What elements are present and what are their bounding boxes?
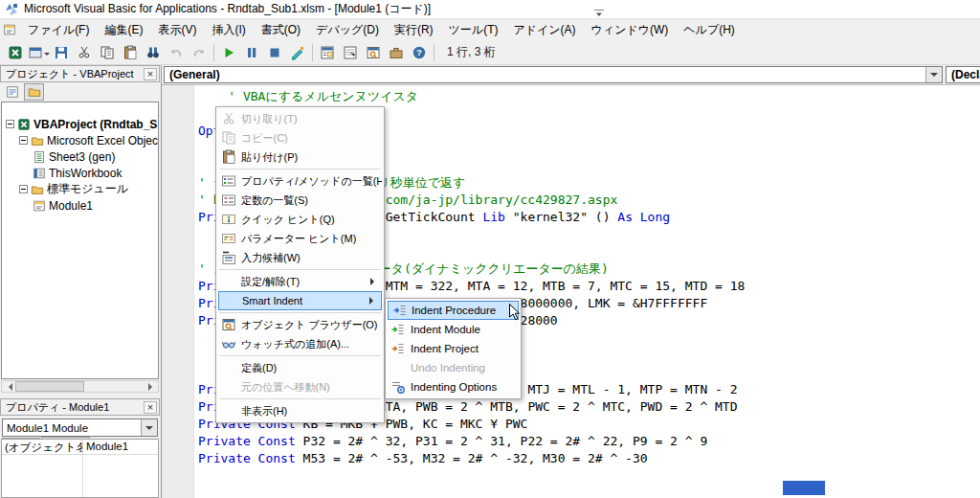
menubar-item-8[interactable]: アドイン(A) <box>505 20 583 39</box>
procedure-combo[interactable]: (Declarations) <box>946 66 980 83</box>
properties-window-button[interactable] <box>339 42 362 63</box>
context-menu-item-16[interactable]: 定義(D) <box>216 358 384 377</box>
reset-icon <box>267 45 282 60</box>
chevron-down-icon[interactable] <box>925 67 942 82</box>
properties-grid[interactable]: (オブジェクト名) Module1 <box>1 439 159 498</box>
menu-item-icon-slot <box>216 336 241 351</box>
collapse-icon[interactable] <box>19 185 28 193</box>
project-tree[interactable]: VBAProject (Rndtab_Sub1.xlsm)Microsoft E… <box>1 102 159 379</box>
property-row[interactable]: (オブジェクト名) Module1 <box>2 440 158 455</box>
menu-separator <box>219 398 381 399</box>
tree-item-0[interactable]: VBAProject (Rndtab_Sub1.xlsm) <box>2 116 158 132</box>
project-tree-hscrollbar[interactable] <box>1 380 159 393</box>
menu-item-label: Indent Procedure <box>412 305 518 316</box>
menu-item-icon-slot <box>216 231 241 246</box>
context-menu-item-14[interactable]: ウォッチ式の追加(A)... <box>216 334 384 353</box>
menubar-item-3[interactable]: 挿入(I) <box>204 20 253 39</box>
vba-project-icon <box>17 118 31 131</box>
menubar-item-10[interactable]: ヘルプ(H) <box>676 20 743 39</box>
cut-icon <box>221 111 236 126</box>
menu-item-label: Indenting Options <box>411 381 519 393</box>
property-value[interactable]: Module1 <box>82 440 158 454</box>
menu-item-icon-slot <box>386 341 411 356</box>
toolbox-button[interactable] <box>385 42 408 63</box>
tree-item-5[interactable]: Module1 <box>2 197 158 214</box>
complete-word-icon <box>221 250 236 265</box>
tree-item-3[interactable]: ThisWorkbook <box>2 165 158 181</box>
run-icon <box>221 45 236 60</box>
help-button[interactable]: ? <box>408 42 431 63</box>
context-menu-item-5[interactable]: 定数の一覧(S) <box>216 191 384 210</box>
view-microsoft-excel-button[interactable] <box>4 42 27 63</box>
properties-panel: プロパティ - Module1 × Module1 Module 全体 項目別 … <box>0 398 160 498</box>
toggle-folders-icon <box>28 85 41 99</box>
context-menu-item-19[interactable]: 非表示(H) <box>216 401 384 420</box>
tree-item-1[interactable]: Microsoft Excel Objects <box>2 132 158 148</box>
smart-indent-submenu-item-0[interactable]: Indent Procedure <box>388 301 519 320</box>
object-browser-icon <box>366 45 381 60</box>
menubar-item-0[interactable]: ファイル(F) <box>20 20 97 39</box>
context-menu-item-7[interactable]: パラメーター ヒント(M) <box>216 229 384 248</box>
context-menu-item-2[interactable]: 貼り付け(P) <box>216 147 384 167</box>
chevron-down-icon[interactable] <box>141 419 157 436</box>
vb-app-icon <box>4 2 19 17</box>
toolbar-overflow-button[interactable] <box>588 3 611 24</box>
context-menu-item-13[interactable]: オブジェクト ブラウザー(O) <box>216 315 384 334</box>
copy-button[interactable] <box>96 42 119 63</box>
menubar-item-6[interactable]: 実行(R) <box>387 20 441 39</box>
scrollbar-thumb[interactable] <box>15 381 84 392</box>
help-icon: ? <box>412 45 427 60</box>
menu-separator <box>219 169 381 170</box>
view-code-button[interactable] <box>2 83 22 101</box>
object-browser-button[interactable] <box>362 42 385 63</box>
run-sub-button[interactable] <box>217 42 240 63</box>
cut-button[interactable] <box>73 42 96 63</box>
reset-button[interactable] <box>263 42 286 63</box>
menu-item-label: Indent Module <box>411 324 519 335</box>
standard-toolbar: ? 1 行, 3 桁 <box>0 40 980 65</box>
find-button[interactable] <box>142 42 165 63</box>
project-explorer-panel: プロジェクト - VBAProject × VBAProject (Rndtab… <box>0 65 160 393</box>
tree-item-2[interactable]: Sheet3 (gen) <box>2 148 158 165</box>
toggle-folders-button[interactable] <box>24 83 44 101</box>
break-icon <box>244 45 259 60</box>
const-list-icon <box>221 192 236 208</box>
tree-item-label: 標準モジュール <box>47 181 128 197</box>
object-browser-icon <box>221 317 236 332</box>
paste-button[interactable] <box>119 42 142 63</box>
context-menu-item-6[interactable]: クイック ヒント(Q) <box>216 210 384 229</box>
smart-indent-submenu-item-4[interactable]: Indenting Options <box>386 377 521 396</box>
folder-icon <box>31 183 44 196</box>
menubar-item-2[interactable]: 表示(V) <box>150 20 204 39</box>
project-explorer-button[interactable] <box>316 42 339 63</box>
collapse-icon[interactable] <box>6 120 14 128</box>
menubar-item-5[interactable]: デバッグ(D) <box>308 20 387 39</box>
close-icon[interactable]: × <box>144 401 157 414</box>
close-icon[interactable]: × <box>144 68 157 80</box>
context-menu-item-8[interactable]: 入力候補(W) <box>216 248 384 267</box>
tree-item-4[interactable]: 標準モジュール <box>2 181 158 197</box>
menu-item-icon-slot <box>216 111 241 126</box>
menubar-item-1[interactable]: 編集(E) <box>97 20 150 39</box>
project-explorer-icon <box>320 45 335 60</box>
object-combo[interactable]: (General) <box>164 66 943 83</box>
margin-indicator-bar[interactable] <box>162 85 194 498</box>
smart-indent-submenu-item-2[interactable]: Indent Project <box>386 339 521 358</box>
menubar-item-4[interactable]: 書式(O) <box>254 20 308 39</box>
design-mode-button[interactable] <box>286 42 309 63</box>
scroll-right-icon[interactable] <box>145 381 158 392</box>
collapse-icon[interactable] <box>19 136 28 145</box>
context-menu-item-10[interactable]: 設定/解除(T) <box>216 272 384 291</box>
quick-info-icon <box>221 212 236 227</box>
smart-indent-submenu-item-1[interactable]: Indent Module <box>386 320 521 339</box>
menu-bar: ファイル(F)編集(E)表示(V)挿入(I)書式(O)デバッグ(D)実行(R)ツ… <box>0 19 980 40</box>
insert-object-button[interactable] <box>27 42 50 63</box>
object-selector-combo[interactable]: Module1 Module <box>2 419 158 437</box>
context-menu-item-11[interactable]: Smart Indent <box>218 291 382 310</box>
break-button[interactable] <box>240 42 263 63</box>
context-menu-item-4[interactable]: プロパティ/メソッドの一覧(H) <box>216 171 384 191</box>
menu-item-label: 切り取り(T) <box>241 112 382 126</box>
scroll-left-icon[interactable] <box>2 381 14 392</box>
save-button[interactable] <box>50 42 73 63</box>
menubar-item-7[interactable]: ツール(T) <box>441 20 506 39</box>
